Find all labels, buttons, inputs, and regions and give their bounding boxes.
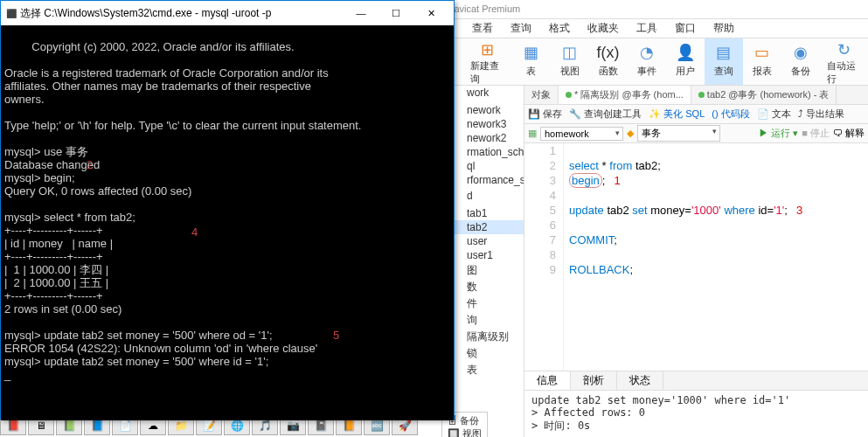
ribbon-表[interactable]: ▦表: [512, 38, 551, 85]
toolbar-查询创建工具[interactable]: 🔧 查询创建工具: [569, 108, 642, 121]
annotation-4: 4: [191, 225, 198, 239]
result-tabs: 信息剖析状态: [524, 371, 868, 390]
result-tab[interactable]: 剖析: [571, 371, 617, 390]
result-tab[interactable]: 信息: [524, 371, 571, 390]
editor-tab[interactable]: tab2 @事务 (homework) - 表: [691, 86, 837, 104]
ribbon-备份[interactable]: ◉备份: [781, 38, 820, 85]
ribbon-视图[interactable]: ◫视图: [551, 38, 589, 85]
sql-editor[interactable]: 123456789 select * from tab2;begin;1 upd…: [524, 143, 868, 371]
explain-button[interactable]: 🗨 解释: [833, 127, 865, 140]
cmd-window: ⬛ 选择 C:\Windows\System32\cmd.exe - mysql…: [0, 0, 455, 420]
minimize-button[interactable]: —: [344, 1, 378, 25]
cmd-title-text: 选择 C:\Windows\System32\cmd.exe - mysql -…: [20, 6, 344, 21]
cmd-text: Copyright (c) 2000, 2022, Oracle and/or …: [4, 40, 361, 381]
db-selector-bar: ▦ homework ◆ 事务 ▶ 运行 ▾ ■ 停止 🗨 解释: [524, 124, 868, 143]
menu-item[interactable]: 窗口: [666, 19, 705, 38]
ribbon-自动运行[interactable]: ↻自动运行: [820, 38, 869, 85]
cmd-titlebar[interactable]: ⬛ 选择 C:\Windows\System32\cmd.exe - mysql…: [1, 1, 454, 25]
annotation-5: 5: [333, 329, 339, 342]
toolbar-文本[interactable]: 📄 文本: [757, 108, 791, 121]
toolbar-保存[interactable]: 💾 保存: [528, 108, 562, 121]
menu-item[interactable]: 查看: [463, 19, 502, 38]
close-button[interactable]: ✕: [413, 1, 448, 25]
run-button[interactable]: ▶ 运行 ▾: [759, 127, 798, 140]
editor-area: 对象* 隔离级别 @事务 (hom...tab2 @事务 (homework) …: [524, 86, 868, 437]
ribbon-新建查询[interactable]: ⊞新建查询: [463, 38, 512, 85]
toolbar-美化 SQL[interactable]: ✨ 美化 SQL: [649, 108, 705, 121]
toolbar-导出结果[interactable]: ⤴ 导出结果: [798, 108, 844, 121]
menu-item[interactable]: 帮助: [705, 19, 743, 38]
ribbon-函数[interactable]: f(x)函数: [589, 38, 628, 85]
stop-button: ■ 停止: [802, 127, 830, 140]
toolbar-代码段[interactable]: () 代码段: [712, 108, 749, 121]
menu-item[interactable]: 格式: [540, 19, 579, 38]
editor-tab[interactable]: 对象: [524, 86, 559, 104]
ribbon-查询[interactable]: ▤查询: [705, 38, 743, 85]
menu-item[interactable]: 工具: [628, 19, 666, 38]
annotation-2: 2: [87, 158, 93, 171]
menu-item[interactable]: 查询: [502, 19, 540, 38]
editor-toolbar: 💾 保存🔧 查询创建工具✨ 美化 SQL() 代码段📄 文本⤴ 导出结果: [524, 105, 868, 124]
cmd-terminal[interactable]: Copyright (c) 2000, 2022, Oracle and/or …: [1, 25, 454, 420]
maximize-button[interactable]: ☐: [378, 1, 413, 25]
editor-tab[interactable]: * 隔离级别 @事务 (hom...: [559, 86, 691, 104]
ribbon-事件[interactable]: ◔事件: [628, 38, 666, 85]
result-tab[interactable]: 状态: [617, 371, 663, 390]
menu-item[interactable]: 收藏夹: [579, 19, 628, 38]
schema-dropdown[interactable]: 事务: [637, 125, 720, 142]
ribbon-用户[interactable]: 👤用户: [666, 38, 705, 85]
editor-tabs: 对象* 隔离级别 @事务 (hom...tab2 @事务 (homework) …: [524, 86, 868, 105]
ribbon-报表[interactable]: ▭报表: [743, 38, 781, 85]
db-dropdown[interactable]: homework: [540, 127, 623, 141]
result-output: update tab2 set money='1000' where id='1…: [524, 390, 868, 437]
